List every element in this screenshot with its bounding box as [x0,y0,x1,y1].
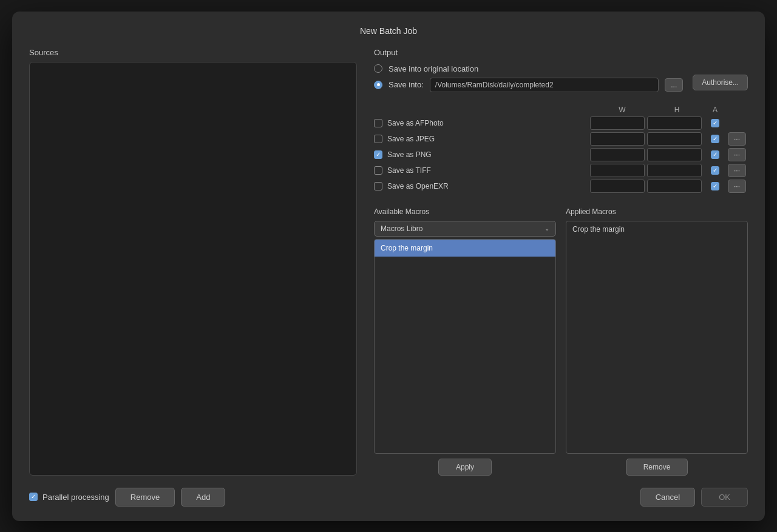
authorise-button[interactable]: Authorise... [693,75,748,90]
output-label: Output [374,48,748,57]
format-row-jpeg: Save as JPEG ··· [374,132,748,146]
location-top-row: Save into original location Save into: /… [374,64,748,101]
authorise-area: Authorise... [693,75,748,90]
h-input-tiff[interactable] [647,164,702,177]
remove-sources-button[interactable]: Remove [115,488,175,507]
dialog: New Batch Job Sources Output Save into o… [12,12,765,521]
save-original-radio[interactable] [374,64,382,73]
a-check-tiff[interactable] [711,166,719,175]
available-macros-label: Available Macros [374,207,556,216]
save-options: Save into original location Save into: /… [374,64,683,101]
parallel-processing-checkbox[interactable] [29,493,38,501]
format-row-afphoto: Save as AFPhoto [374,116,748,130]
options-button-jpeg[interactable]: ··· [728,132,746,146]
macros-dropdown-value: Macros Libro [381,224,422,233]
sources-label: Sources [29,48,357,57]
save-into-label: Save into: [388,80,424,89]
w-input-png[interactable] [590,148,645,161]
cancel-button[interactable]: Cancel [640,488,695,507]
format-table: Save as AFPhoto Save as [374,116,748,195]
checkbox-openexr[interactable] [374,182,382,190]
options-button-png[interactable]: ··· [728,148,746,161]
a-check-afphoto[interactable] [711,119,719,127]
h-input-jpeg[interactable] [647,132,702,146]
save-original-label: Save into original location [388,64,478,73]
output-panel: Output Save into original location Save … [374,48,748,476]
applied-macros-label: Applied Macros [566,207,748,216]
w-input-openexr[interactable] [590,180,645,193]
label-jpeg: Save as JPEG [387,135,435,143]
ok-button[interactable]: OK [701,488,748,507]
w-input-tiff[interactable] [590,164,645,177]
applied-macros-list: Crop the margin [566,221,748,454]
format-row-tiff: Save as TIFF ··· [374,164,748,177]
remove-macro-button[interactable]: Remove [626,459,688,476]
applied-macro-item-crop: Crop the margin [572,225,741,234]
chevron-down-icon: ⌄ [545,225,549,232]
a-check-jpeg[interactable] [711,135,719,143]
label-afphoto: Save as AFPhoto [387,119,444,127]
label-tiff: Save as TIFF [387,166,431,175]
sources-list[interactable] [29,62,357,476]
save-into-row: Save into: /Volumes/RamDisk/daily/comple… [374,78,683,92]
col-h-header: H [650,106,704,114]
w-input-afphoto[interactable] [590,116,645,130]
a-check-openexr[interactable] [711,182,719,190]
add-sources-button[interactable]: Add [181,488,225,507]
format-header-cols: W H A [595,106,748,114]
options-button-openexr[interactable]: ··· [728,180,746,193]
checkbox-tiff[interactable] [374,166,382,175]
macros-section: Available Macros Macros Libro ⌄ Crop the… [374,207,748,476]
col-a-header: A [704,106,726,114]
label-png: Save as PNG [387,150,432,159]
checkbox-jpeg[interactable] [374,135,382,143]
checkbox-afphoto[interactable] [374,119,382,127]
h-input-png[interactable] [647,148,702,161]
dialog-title: New Batch Job [29,26,748,36]
a-check-png[interactable] [711,150,719,159]
save-into-path[interactable]: /Volumes/RamDisk/daily/completed2 [430,78,659,92]
macro-item-crop[interactable]: Crop the margin [375,240,555,257]
save-original-row: Save into original location [374,64,683,73]
format-header-row: W H A [374,106,748,114]
format-row-png: Save as PNG ··· [374,148,748,161]
dialog-footer: Parallel processing Remove Add Cancel OK [29,488,748,507]
footer-right: Cancel OK [640,488,748,507]
applied-macros-panel: Applied Macros Crop the margin Remove [566,207,748,476]
h-input-openexr[interactable] [647,180,702,193]
save-into-radio[interactable] [374,81,382,89]
available-macros-list: Crop the margin [374,239,556,454]
options-button-tiff[interactable]: ··· [728,164,746,177]
available-macros-panel: Available Macros Macros Libro ⌄ Crop the… [374,207,556,476]
apply-button[interactable]: Apply [438,459,492,476]
w-input-jpeg[interactable] [590,132,645,146]
browse-path-button[interactable]: ... [665,78,683,92]
footer-left: Parallel processing [29,493,109,502]
macros-dropdown[interactable]: Macros Libro ⌄ [374,221,556,237]
checkbox-png[interactable] [374,150,382,159]
parallel-processing-label: Parallel processing [42,493,109,502]
col-w-header: W [595,106,650,114]
sources-panel: Sources [29,48,357,476]
label-openexr: Save as OpenEXR [387,182,449,190]
h-input-afphoto[interactable] [647,116,702,130]
format-row-openexr: Save as OpenEXR ··· [374,180,748,193]
